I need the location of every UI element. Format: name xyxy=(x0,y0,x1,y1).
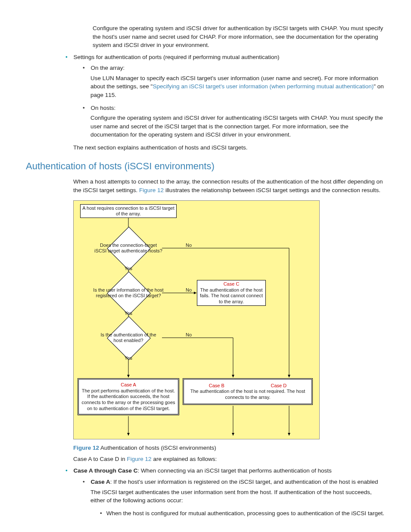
flow-case-a-text: The port performs authentication of the … xyxy=(81,388,176,412)
case-a-through-c: Case A through Case C: When connecting v… xyxy=(73,467,385,517)
flow-d2-shape xyxy=(107,271,151,315)
bullet-settings-ports: Settings for authentication of ports (re… xyxy=(73,53,385,139)
post-figure-prefix: Case A to Case D in xyxy=(73,456,127,462)
on-hosts-paragraph: Configure the operating system and iSCSI… xyxy=(90,114,385,139)
flow-case-a-title: Case A xyxy=(121,382,136,388)
figure12-link-2[interactable]: Figure 12 xyxy=(127,456,152,462)
post-figure-suffix: are explained as follows: xyxy=(152,456,217,462)
flow-d3-no: No xyxy=(186,332,192,339)
on-array-link[interactable]: Specifying an iSCSI target's user inform… xyxy=(153,83,374,90)
case-a-rest: : If the host's user information is regi… xyxy=(110,479,378,485)
cases-list-lvl3: When the host is configured for mutual a… xyxy=(90,509,385,518)
flow-d1-shape xyxy=(107,227,151,271)
bullet-on-array: On the array: Use LUN Manager to specify… xyxy=(90,64,385,99)
flow-d3-shape xyxy=(107,316,151,360)
case-a-through-c-bold: Case A through Case C xyxy=(74,467,138,474)
flow-d1-no: No xyxy=(186,242,192,249)
section-heading: Authentication of hosts (iSCSI environme… xyxy=(26,159,385,173)
on-array-label: On the array: xyxy=(91,65,125,71)
on-hosts-label: On hosts: xyxy=(91,105,116,111)
flow-d3-yes: Yes xyxy=(125,355,132,362)
flow-case-bd-text: The authentication of the host is not re… xyxy=(186,389,310,401)
cases-list-lvl2: Case A: If the host's user information i… xyxy=(73,478,385,517)
case-a-paragraph: The iSCSI target authenticates the user … xyxy=(90,488,385,505)
figure-caption-text: Authentication of hosts (iSCSI environme… xyxy=(99,445,216,451)
flow-start-box: A host requires connection to a iSCSI ta… xyxy=(80,204,177,218)
bullet-settings-ports-text: Settings for authentication of ports (re… xyxy=(74,54,280,60)
post-figure-line: Case A to Case D in Figure 12 are explai… xyxy=(73,455,385,464)
case-a-sub1: When the host is configured for mutual a… xyxy=(108,509,385,518)
case-a-through-c-rest: : When connecting via an iSCSI target th… xyxy=(138,467,332,474)
flow-case-c-text: The authentication of the host fails. Th… xyxy=(199,287,264,305)
on-array-paragraph: Use LUN Manager to specify each iSCSI ta… xyxy=(90,74,385,100)
flow-case-bd-box: Case B Case D The authentication of the … xyxy=(183,378,313,405)
flow-case-c-box: Case C The authentication of the host fa… xyxy=(197,280,266,306)
page-footer: LUN Configuration and Security Manager X… xyxy=(26,530,385,532)
bullet-list-lvl1: Settings for authentication of ports (re… xyxy=(26,53,385,139)
flowchart: A host requires connection to a iSCSI ta… xyxy=(73,200,320,439)
cases-list-lvl1: Case A through Case C: When connecting v… xyxy=(26,467,385,517)
case-a-bold: Case A xyxy=(91,479,110,485)
figure-caption: Figure 12 Authentication of hosts (iSCSI… xyxy=(73,444,385,452)
next-section-line: The next section explains authentication… xyxy=(73,143,385,152)
flow-case-a-box: Case A The port performs authentication … xyxy=(78,378,179,415)
bullet-list-lvl2: On the array: Use LUN Manager to specify… xyxy=(73,64,385,139)
section-intro-suffix: illustrates the relationship between iSC… xyxy=(164,187,380,193)
intro-paragraph: Configure the operating system and iSCSI… xyxy=(93,24,385,50)
section-intro: When a host attempts to connect to the a… xyxy=(73,177,385,194)
flow-d2-no: No xyxy=(186,287,192,294)
flow-case-b-title: Case B xyxy=(209,383,224,389)
flowchart-container: A host requires connection to a iSCSI ta… xyxy=(73,200,385,439)
flow-case-d-title: Case D xyxy=(271,383,286,389)
bullet-on-hosts: On hosts: Configure the operating system… xyxy=(90,104,385,139)
figure12-link-1[interactable]: Figure 12 xyxy=(139,187,164,193)
figure-number: Figure 12 xyxy=(73,445,99,451)
flow-case-c-title: Case C xyxy=(224,281,240,287)
case-a-item: Case A: If the host's user information i… xyxy=(90,478,385,517)
